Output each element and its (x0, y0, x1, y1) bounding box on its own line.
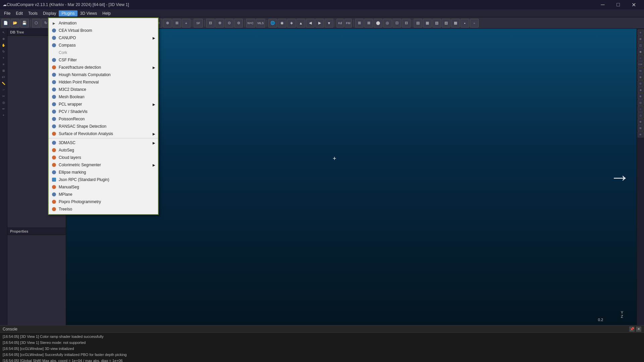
menu-facet[interactable]: Facet/fracture detection ▶ (49, 64, 158, 71)
tb-o[interactable]: + (182, 19, 191, 27)
tb-kd[interactable]: Kd (336, 19, 344, 27)
icon-grid[interactable]: ⊞ (1, 68, 7, 74)
tb-a2[interactable]: ⊞ (355, 19, 364, 27)
tb-y[interactable]: ▶ (315, 19, 324, 27)
icon-edit[interactable]: ✏ (1, 106, 7, 112)
icon-segment[interactable]: ◎ (1, 100, 7, 106)
menu-compass[interactable]: Compass (49, 42, 158, 49)
menu-display[interactable]: Display (40, 10, 59, 16)
menu-jsonrpc[interactable]: Json RPC (Standard Plugin) (49, 176, 158, 183)
menu-edit[interactable]: Edit (13, 10, 25, 16)
icon-slice[interactable]: ✂ (1, 93, 7, 99)
tb-u[interactable]: ◉ (278, 19, 286, 27)
menu-colorimetric[interactable]: Colorimetric Segmenter ▶ (49, 161, 158, 169)
tb-fm[interactable]: FM (344, 19, 352, 27)
tb-c2[interactable]: ⬤ (374, 19, 382, 27)
tb-t[interactable]: 🌐 (268, 19, 277, 27)
menu-csf-filter[interactable]: CSF Filter (49, 56, 158, 64)
icon-add2[interactable]: + (1, 112, 7, 118)
icon-pan[interactable]: ✋ (1, 42, 7, 48)
menu-help[interactable]: Help (100, 10, 113, 16)
tb-new[interactable]: 📄 (1, 19, 10, 27)
menu-cloud-layers[interactable]: Cloud layers (49, 154, 158, 161)
menu-plugins[interactable]: Plugins (59, 10, 77, 16)
right-btn-11[interactable]: ○ (638, 106, 644, 112)
menu-cea-virtual-broom[interactable]: CEA Virtual Broom (49, 27, 158, 34)
menu-pixpro[interactable]: Pixpro Photogrammetry (49, 198, 158, 205)
menu-hough[interactable]: Hough Normals Computation (49, 71, 158, 78)
right-btn-3[interactable]: ◫ (638, 42, 644, 48)
menu-surface-revolution[interactable]: Surface of Revolution Analysis ▶ (49, 130, 158, 137)
tb-h2[interactable]: ▦ (423, 19, 432, 27)
right-btn-8[interactable]: ◈ (638, 87, 644, 93)
tb-a[interactable]: ⬡ (32, 19, 41, 27)
right-btn-n[interactable]: N (638, 68, 644, 74)
right-btn-1[interactable]: ≡ (638, 29, 644, 36)
tb-d2[interactable]: ◎ (383, 19, 392, 27)
menu-animation[interactable]: ▶ Animation (49, 19, 158, 27)
tb-mls[interactable]: MLS (256, 19, 265, 27)
tb-v[interactable]: ◈ (287, 19, 296, 27)
tb-i2[interactable]: ▧ (432, 19, 441, 27)
menu-tools[interactable]: Tools (25, 10, 40, 16)
icon-plus[interactable]: + (1, 55, 7, 61)
tb-s[interactable]: ⊜ (234, 19, 243, 27)
icon-tag[interactable]: 🏷 (1, 74, 7, 80)
right-btn-10[interactable]: ◎ (638, 100, 644, 106)
menu-ellipse[interactable]: Ellipse marking (49, 169, 158, 176)
right-btn-5[interactable]: ○ (638, 55, 644, 61)
tb-g2[interactable]: ▤ (414, 19, 422, 27)
menu-file[interactable]: File (1, 10, 13, 16)
right-btn-15[interactable]: ≋ (638, 131, 644, 137)
tb-n[interactable]: ⊞ (172, 19, 181, 27)
console-pin-button[interactable]: 📌 (629, 326, 635, 332)
tb-x[interactable]: ◀ (306, 19, 315, 27)
right-btn-7[interactable]: ⊙ (638, 80, 644, 86)
right-btn-12[interactable]: ◇ (638, 112, 644, 118)
icon-rotate[interactable]: ↻ (1, 49, 7, 55)
tb-b2[interactable]: ⊠ (364, 19, 373, 27)
maximize-button[interactable]: □ (610, 0, 626, 9)
icon-layers[interactable]: ≡ (1, 61, 7, 67)
menu-3dmasc[interactable]: 3DMASC ▶ (49, 139, 158, 146)
tb-m[interactable]: ⊗ (163, 19, 172, 27)
tb-open[interactable]: 📂 (11, 19, 19, 27)
tb-p[interactable]: ⊟ (206, 19, 215, 27)
tb-nc[interactable]: N+C (246, 19, 255, 27)
menu-pcl-wrapper[interactable]: PCL wrapper ▶ (49, 101, 158, 108)
menu-poisson[interactable]: PoissonRecon (49, 115, 158, 123)
menu-3dviews[interactable]: 3D Views (77, 10, 100, 16)
tb-z[interactable]: ▼ (325, 19, 333, 27)
tb-e2[interactable]: ⊡ (392, 19, 401, 27)
tb-m2[interactable]: ▫ (470, 19, 479, 27)
tb-l2[interactable]: ▪ (461, 19, 469, 27)
tb-sf[interactable]: SF (194, 19, 203, 27)
close-button[interactable]: ✕ (626, 0, 641, 9)
minimize-button[interactable]: ─ (595, 0, 610, 9)
right-btn-9[interactable]: ⊛ (638, 93, 644, 99)
right-btn-6[interactable]: ⊕ (638, 74, 644, 80)
menu-canupo[interactable]: CANUPO ▶ (49, 34, 158, 42)
tb-w[interactable]: ▲ (297, 19, 305, 27)
icon-zoom[interactable]: ⊕ (1, 36, 7, 42)
tb-j2[interactable]: ▨ (442, 19, 450, 27)
right-btn-14[interactable]: ⊞ (638, 125, 644, 131)
right-btn-csf[interactable]: CSF (638, 61, 644, 67)
menu-treeiso[interactable]: TreeIso (49, 205, 158, 213)
icon-pick[interactable]: ☞ (1, 87, 7, 93)
right-btn-13[interactable]: ⊗ (638, 119, 644, 125)
menu-mesh-boolean[interactable]: Mesh Boolean (49, 93, 158, 101)
console-close-button[interactable]: ✕ (636, 326, 641, 332)
tb-f2[interactable]: ⊟ (402, 19, 411, 27)
menu-autoseg[interactable]: AutoSeg (49, 146, 158, 154)
right-btn-2[interactable]: ⊞ (638, 36, 644, 42)
menu-m3c2[interactable]: M3C2 Distance (49, 86, 158, 93)
tb-k2[interactable]: ▩ (451, 19, 460, 27)
menu-ransac[interactable]: RANSAC Shape Detection (49, 123, 158, 130)
tb-save[interactable]: 💾 (20, 19, 29, 27)
menu-manualseg[interactable]: ManualSeg (49, 183, 158, 191)
menu-hidden-point[interactable]: Hidden Point Removal (49, 78, 158, 86)
menu-pcv[interactable]: PCV / ShadeVis (49, 108, 158, 115)
icon-measure[interactable]: 📏 (1, 80, 7, 86)
tb-q[interactable]: ⊛ (215, 19, 224, 27)
